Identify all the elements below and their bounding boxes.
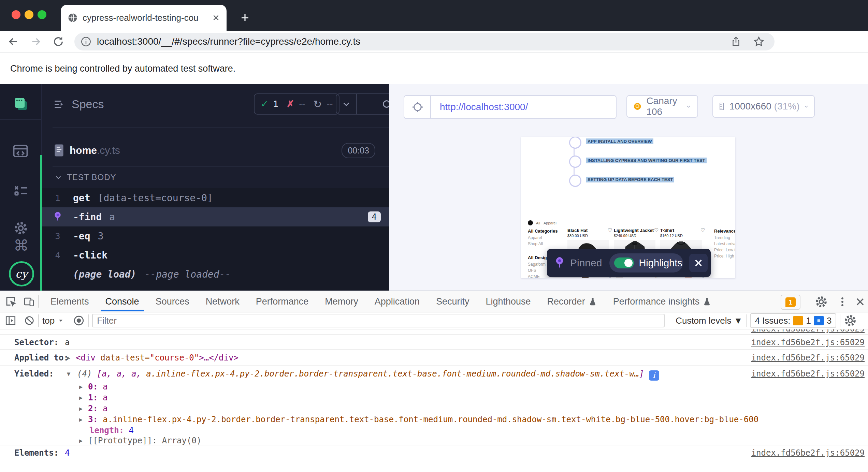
back-button[interactable] — [4, 32, 23, 51]
wishlist-heart-icon[interactable]: ♡ — [608, 227, 612, 233]
window-close-button[interactable] — [12, 10, 20, 19]
console-row-yielded[interactable]: Yielded: ▼ (4) [a, a, a, a.inline-flex.p… — [0, 366, 868, 445]
expand-arrow-icon[interactable]: ▶ — [67, 354, 70, 361]
tab-application[interactable]: Application — [366, 292, 428, 311]
category-link[interactable]: Shop All — [528, 241, 543, 246]
console-settings-gear-icon[interactable] — [844, 314, 857, 327]
custom-levels-dropdown[interactable]: Custom levels ▼ — [676, 315, 742, 326]
console-sidebar-icon[interactable] — [5, 315, 16, 326]
issues-counter[interactable]: 4 Issues: 1 ≡ 3 — [750, 313, 836, 328]
new-tab-button[interactable] — [236, 9, 254, 27]
source-link[interactable]: index.fd56be2f.js:65029 — [751, 338, 865, 347]
reload-button[interactable] — [49, 32, 68, 51]
tab-recorder[interactable]: Recorder — [539, 292, 605, 311]
inspect-element-icon[interactable] — [5, 295, 17, 308]
lesson-label[interactable]: INSTALLING CYPRESS AND WRITING OUR FIRST… — [586, 158, 707, 163]
cypress-app: ⌘ cy Specs ✓ 1 ✗ -- ↻ -- — [0, 84, 868, 291]
specs-header[interactable]: Specs — [53, 98, 104, 111]
command-number: 3 — [42, 231, 73, 241]
warnings-count-badge[interactable]: 1 — [781, 295, 800, 310]
command-row-get[interactable]: 1 get [data-test=course-0] — [42, 188, 389, 207]
selector-playground-icon[interactable] — [411, 101, 424, 114]
tab-performance[interactable]: Performance — [248, 292, 317, 311]
source-link[interactable]: index.fd56be2f.js:65029 — [751, 353, 865, 363]
tooltip-close-button[interactable] — [689, 254, 708, 272]
store-nav-all[interactable]: All — [536, 221, 540, 225]
expand-arrow-icon[interactable]: ▶ — [79, 383, 83, 390]
tab-network[interactable]: Network — [198, 292, 248, 311]
viewport-scale: (31%) — [774, 101, 800, 112]
devtools-settings-gear-icon[interactable] — [815, 295, 828, 308]
tab-security[interactable]: Security — [428, 292, 478, 311]
cypress-logo[interactable]: cy — [9, 261, 34, 286]
share-icon[interactable] — [730, 36, 742, 47]
tab-sources[interactable]: Sources — [147, 292, 198, 311]
source-link[interactable]: index.fd56be2f.js:65029 — [751, 369, 865, 379]
sort-link[interactable]: Price: High to low — [714, 254, 735, 259]
tab-performance-insights[interactable]: Performance insights — [605, 292, 720, 311]
sort-link[interactable]: Trending — [714, 235, 730, 240]
runs-code-window-icon[interactable] — [12, 143, 29, 160]
tab-close-icon[interactable] — [212, 14, 220, 21]
collapse-all-button[interactable] — [336, 94, 356, 114]
infobar-text: Chrome is being controlled by automated … — [10, 63, 235, 74]
sort-link[interactable]: Latest arrivals — [714, 241, 735, 246]
lesson-label[interactable]: APP INSTALL AND OVERVIEW — [586, 138, 653, 144]
source-link[interactable]: index.fd56be2f.js:65029 — [751, 448, 865, 458]
console-row-command-clipped[interactable]: Command: find index.fd56be2f.js:65029 — [0, 329, 868, 335]
wishlist-heart-icon[interactable]: ♡ — [654, 227, 659, 233]
viewport-select[interactable]: 1000x660 (31%) — [712, 95, 815, 118]
devtools-menu-kebab-icon[interactable] — [837, 296, 848, 308]
tab-elements[interactable]: Elements — [42, 292, 97, 311]
sort-link[interactable]: Price: Low to high — [714, 248, 735, 252]
device-toolbar-icon[interactable] — [23, 296, 35, 307]
expand-arrow-icon[interactable]: ▶ — [79, 416, 83, 423]
test-list-icon[interactable] — [12, 182, 29, 199]
command-row-click[interactable]: 4 -click — [42, 246, 389, 265]
spec-file-row[interactable]: home.cy.ts 00:03 — [42, 136, 389, 165]
expand-arrow-icon[interactable]: ▶ — [79, 405, 83, 412]
bookmark-star-icon[interactable] — [753, 35, 765, 48]
settings-gear-icon[interactable] — [13, 220, 29, 236]
collapse-arrow-icon[interactable]: ▼ — [67, 370, 70, 377]
context-selector[interactable]: top — [42, 315, 55, 326]
highlights-toggle[interactable] — [614, 257, 634, 268]
browser-tab[interactable]: cypress-realworld-testing-cou — [61, 5, 227, 31]
tab-console[interactable]: Console — [97, 292, 147, 311]
specs-nav-icon[interactable] — [12, 95, 30, 113]
expand-arrow-icon[interactable]: ▶ — [79, 437, 83, 444]
browser-select[interactable]: Canary 106 — [626, 95, 698, 118]
store-nav-apparel[interactable]: Apparel — [544, 221, 556, 225]
console-filter-input[interactable] — [92, 314, 665, 327]
tab-lighthouse[interactable]: Lighthouse — [477, 292, 539, 311]
devtools-close-icon[interactable] — [855, 297, 865, 307]
window-minimize-button[interactable] — [25, 10, 33, 19]
keyboard-shortcuts-icon[interactable]: ⌘ — [14, 238, 29, 253]
wishlist-heart-icon[interactable]: ♡ — [700, 227, 705, 233]
console-row-selector[interactable]: Selector: a index.fd56be2f.js:65029 — [0, 335, 868, 350]
address-bar[interactable]: localhost:3000/__/#/specs/runner?file=cy… — [74, 33, 775, 50]
aut-url-bar[interactable]: http://localhost:3000/ — [404, 95, 617, 119]
live-expression-eye-icon[interactable] — [73, 315, 85, 326]
designer-link[interactable]: Sagaform — [528, 262, 546, 267]
designer-link[interactable]: ACME — [528, 274, 540, 278]
lesson-label[interactable]: SETTING UP DATA BEFORE EACH TEST — [586, 177, 674, 182]
category-link[interactable]: Apparel — [528, 235, 542, 240]
product-thumb — [616, 278, 623, 278]
command-row-find-pinned[interactable]: -find a 4 — [42, 207, 389, 226]
console-row-elements[interactable]: Elements: 4 index.fd56be2f.js:65029 — [0, 445, 868, 460]
forward-button[interactable] — [27, 32, 45, 51]
console-row-applied-to[interactable]: Applied to: ▶ <div data-test="course-0">… — [0, 350, 868, 366]
site-info-icon[interactable] — [81, 36, 91, 47]
designer-link[interactable]: OFS — [528, 268, 536, 273]
cypress-sidebar: ⌘ cy — [0, 84, 42, 291]
command-row-eq[interactable]: 3 -eq 3 — [42, 226, 389, 246]
test-body-header[interactable]: TEST BODY — [55, 173, 116, 182]
clear-console-icon[interactable] — [24, 315, 35, 326]
info-icon[interactable]: i — [649, 370, 659, 381]
expand-arrow-icon[interactable]: ▶ — [79, 394, 83, 401]
tab-memory[interactable]: Memory — [317, 292, 366, 311]
highlights-control[interactable]: Highlights — [609, 253, 683, 272]
source-link[interactable]: index.fd56be2f.js:65029 — [751, 329, 865, 334]
window-zoom-button[interactable] — [38, 10, 46, 19]
